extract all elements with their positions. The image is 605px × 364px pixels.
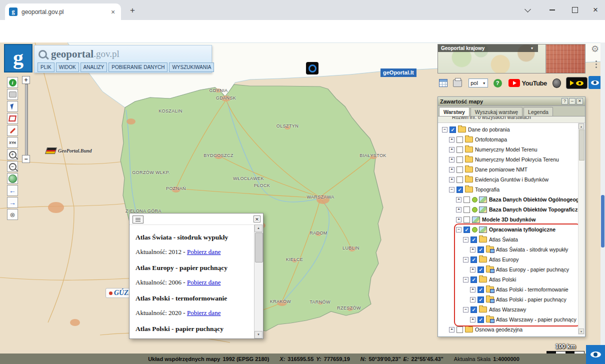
- layer-label[interactable]: Numeryczny Model Pokrycia Terenu: [475, 156, 559, 162]
- contrast-eye-button[interactable]: [588, 76, 602, 89]
- page-scrollbar[interactable]: [600, 42, 605, 364]
- layer-label[interactable]: Dane do pobrania: [468, 126, 510, 132]
- layer-label[interactable]: Baza Danych Obiektów Ogólnogeogr: [489, 196, 581, 202]
- next-view-tool[interactable]: →: [7, 197, 18, 208]
- window-chevron-icon[interactable]: [524, 6, 531, 12]
- layer-checkbox[interactable]: [478, 266, 484, 273]
- layer-checkbox[interactable]: [470, 256, 477, 263]
- layer-checkbox[interactable]: [456, 186, 463, 193]
- layer-checkbox[interactable]: [478, 246, 484, 253]
- expander-icon[interactable]: −: [463, 277, 468, 282]
- layer-label[interactable]: Atlas Warszawy: [489, 306, 526, 312]
- layer-label[interactable]: Numeryczny Model Terenu: [475, 146, 538, 152]
- tab-wyszukaj-warstwe[interactable]: Wyszukaj warstwę: [470, 107, 522, 116]
- layer-label[interactable]: Ewidencja Gruntów i Budynków: [475, 176, 548, 182]
- geoportal-logo[interactable]: g: [4, 44, 32, 72]
- expander-icon[interactable]: −: [442, 127, 448, 132]
- layer-label[interactable]: Atlas Europy: [489, 256, 519, 262]
- expander-icon[interactable]: +: [449, 157, 454, 162]
- menu-wyszukiwania[interactable]: WYSZUKIWANIA: [169, 62, 214, 72]
- cancel-tool[interactable]: ⊗: [7, 209, 18, 220]
- layer-label[interactable]: Atlas Świata: [489, 236, 518, 242]
- language-select[interactable]: pol ▼: [468, 78, 488, 88]
- layer-checkbox[interactable]: [456, 176, 463, 183]
- expander-icon[interactable]: −: [456, 227, 462, 232]
- overview-map-image[interactable]: Geoportal krajowy ▾: [438, 44, 546, 73]
- overview-minimap[interactable]: [546, 44, 585, 73]
- window-maximize-button[interactable]: [572, 7, 578, 13]
- menu-analizy[interactable]: ANALIZY: [80, 62, 108, 72]
- panel-close-icon[interactable]: ✕: [576, 98, 583, 104]
- expander-icon[interactable]: +: [470, 297, 476, 302]
- layer-label[interactable]: Atlas Polski - papier puchnący: [496, 296, 566, 302]
- scroll-down-icon[interactable]: ▼: [254, 331, 262, 338]
- expander-icon[interactable]: +: [456, 217, 462, 222]
- full-extent-tool[interactable]: [7, 173, 18, 184]
- page-scrollbar-thumb[interactable]: [601, 195, 604, 248]
- layer-checkbox[interactable]: [464, 206, 470, 213]
- overview-title[interactable]: Geoportal krajowy: [438, 44, 538, 52]
- layer-checkbox[interactable]: [478, 286, 484, 293]
- geoportal-bund-badge[interactable]: GeoPortal.Bund: [46, 148, 92, 154]
- layer-checkbox[interactable]: [456, 146, 463, 153]
- expander-icon[interactable]: −: [463, 307, 468, 312]
- layer-label[interactable]: Dane pomiarowe NMT: [475, 166, 528, 172]
- expander-icon[interactable]: +: [470, 267, 476, 272]
- expander-icon[interactable]: +: [449, 327, 454, 332]
- browser-tab[interactable]: g geoportal.gov.pl ×: [5, 4, 121, 20]
- fullscreen-eye-button[interactable]: [586, 345, 605, 364]
- window-minimize-button[interactable]: [550, 10, 555, 10]
- layer-label[interactable]: Osnowa geodezyjna: [475, 326, 522, 332]
- menu-widok[interactable]: WIDOK: [56, 62, 79, 72]
- select-tool[interactable]: [7, 101, 18, 112]
- panel-minimize-icon[interactable]: ‒: [569, 98, 576, 104]
- tree-scrollbar[interactable]: ▲ ▼: [578, 123, 584, 334]
- expander-icon[interactable]: −: [463, 237, 468, 242]
- layer-checkbox[interactable]: [464, 226, 470, 233]
- layer-label[interactable]: Atlas Warszawy - papier puchnący: [496, 316, 576, 322]
- layer-checkbox[interactable]: [478, 316, 484, 323]
- expander-icon[interactable]: +: [470, 317, 476, 322]
- overview-caret-icon[interactable]: ▾: [531, 44, 533, 52]
- expander-icon[interactable]: −: [449, 187, 454, 192]
- layer-label[interactable]: Opracowania tyflologiczne: [489, 226, 556, 232]
- tab-warstwy[interactable]: Warstwy: [439, 107, 470, 116]
- zoom-slider[interactable]: [25, 84, 28, 156]
- expand-all-button[interactable]: Rozwiń inf. o wszystkich warstwach: [438, 116, 585, 123]
- scroll-down-icon[interactable]: ▼: [578, 328, 584, 334]
- layer-checkbox[interactable]: [470, 276, 477, 283]
- select-polygon-tool[interactable]: [7, 113, 18, 124]
- layer-label[interactable]: Atlas Polski - termoformowanie: [496, 286, 568, 292]
- coordinates-tool[interactable]: XYH: [7, 137, 18, 148]
- settings-gear-icon[interactable]: ⚙: [591, 44, 599, 54]
- zoom-in-button[interactable]: +: [22, 76, 30, 84]
- download-link[interactable]: Pobierz dane: [187, 309, 221, 316]
- geoportal-lt-badge[interactable]: geOportal.lt: [380, 68, 416, 77]
- expander-icon[interactable]: +: [449, 167, 454, 172]
- overview-map[interactable]: Geoportal krajowy ▾: [438, 44, 586, 74]
- expander-icon[interactable]: +: [449, 137, 454, 142]
- popup-list-icon[interactable]: [132, 216, 144, 224]
- layer-checkbox[interactable]: [456, 156, 463, 163]
- tab-close-icon[interactable]: ×: [109, 8, 117, 16]
- web-globe-icon[interactable]: [552, 78, 561, 88]
- tree-scrollbar-thumb[interactable]: [579, 130, 584, 160]
- menu-pobieranie-danych[interactable]: POBIERANIE DANYCH: [108, 62, 168, 72]
- popup-close-icon[interactable]: ✕: [254, 216, 260, 222]
- layer-checkbox[interactable]: [470, 236, 477, 243]
- download-link[interactable]: Pobierz dane: [187, 278, 221, 286]
- expander-icon[interactable]: −: [463, 257, 468, 262]
- zoom-in-tool[interactable]: +: [7, 149, 18, 160]
- layer-checkbox[interactable]: [456, 326, 463, 333]
- layer-checkbox[interactable]: [464, 216, 470, 223]
- map-marker[interactable]: [306, 62, 318, 74]
- layer-checkbox[interactable]: [450, 126, 456, 133]
- scroll-up-icon[interactable]: ▲: [254, 224, 262, 232]
- window-close-button[interactable]: ×: [589, 4, 602, 16]
- expander-icon[interactable]: +: [470, 287, 476, 292]
- layer-label[interactable]: Topografia: [475, 186, 500, 192]
- layer-checkbox[interactable]: [478, 296, 484, 303]
- tab-legenda[interactable]: Legenda: [524, 107, 553, 116]
- panel-header[interactable]: Zawartość mapy ? ‒ ✕: [438, 97, 585, 106]
- new-tab-button[interactable]: +: [126, 4, 139, 17]
